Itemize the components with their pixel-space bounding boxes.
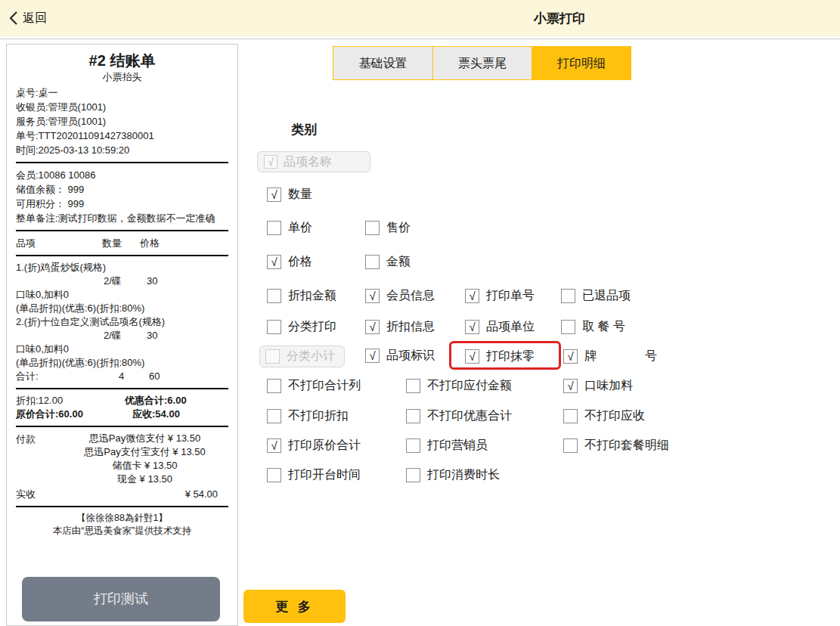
print-option-label: 数量 <box>288 187 312 203</box>
topbar: 返回 小票打印 <box>0 0 840 36</box>
receipt-print-settings-page: 返回 小票打印 #2 结账单 小票抬头 桌号:桌一收银员:管理员(1001)服务… <box>0 0 840 626</box>
unchecked-checkbox-icon <box>267 379 281 393</box>
unchecked-checkbox-icon <box>563 439 578 453</box>
received-row: 实收 ¥ 54.00 <box>16 487 228 501</box>
receipt-line: 会员:10086 10086 <box>16 168 228 182</box>
receipt-item-line: 口味0,加料0 <box>16 288 228 302</box>
receipt-divider <box>16 426 228 427</box>
checked-checkbox-icon: √ <box>365 349 380 363</box>
print-test-button[interactable]: 打印测试 <box>22 577 220 621</box>
receipt-line: 整单备注:测试打印数据，金额数据不一定准确 <box>16 211 228 225</box>
tab-print-detail[interactable]: 打印明细 <box>532 47 631 79</box>
unchecked-checkbox-icon <box>267 221 281 235</box>
payment-line: 思迅Pay微信支付 ¥ 13.50 <box>61 432 228 445</box>
print-option-label: 不打印应收 <box>584 408 645 424</box>
tab-basic-settings[interactable]: 基础设置 <box>333 47 432 79</box>
settings-tabs: 基础设置票头票尾打印明细 <box>333 46 631 80</box>
receipt-info-lines: 桌号:桌一收银员:管理员(1001)服务员:管理员(1001)单号:TTT202… <box>16 85 228 157</box>
receipt-line: 桌号:桌一 <box>16 85 228 100</box>
checked-checkbox-icon: √ <box>267 187 281 202</box>
header-divider <box>0 39 840 39</box>
print-option[interactable]: 不打印应付金额 <box>406 378 512 394</box>
checked-checkbox-icon: √ <box>264 155 277 169</box>
payment-line: 现金 ¥ 13.50 <box>61 473 228 486</box>
print-option[interactable]: 打印营销员 <box>406 438 488 454</box>
receipt-item-line: (单品折扣)(优惠:6)(折扣:80%) <box>16 302 228 315</box>
print-option[interactable]: √会员信息 <box>365 288 435 304</box>
unchecked-checkbox-icon <box>267 468 281 482</box>
payment-line: 储值卡 ¥ 13.50 <box>61 459 228 473</box>
checked-checkbox-icon: √ <box>465 320 479 334</box>
checked-checkbox-icon: √ <box>563 379 578 393</box>
back-button[interactable]: 返回 <box>9 9 47 27</box>
print-option-label: 分类小计 <box>287 349 335 364</box>
checked-checkbox-icon: √ <box>365 320 380 334</box>
tab-header-footer[interactable]: 票头票尾 <box>432 47 532 79</box>
category-heading: 类别 <box>291 121 317 138</box>
payment-line: 思迅Pay支付宝支付 ¥ 13.50 <box>61 445 228 459</box>
print-option[interactable]: 不打印折扣 <box>267 408 349 424</box>
unchecked-checkbox-icon <box>561 320 575 334</box>
print-option[interactable]: 已退品项 <box>561 288 631 304</box>
checked-checkbox-icon: √ <box>563 349 578 364</box>
col-price: 价格 <box>140 236 160 250</box>
print-option[interactable]: 售价 <box>365 220 411 236</box>
print-option-label: 会员信息 <box>386 288 435 304</box>
unchecked-checkbox-icon <box>406 468 420 482</box>
print-option[interactable]: 金额 <box>365 254 411 270</box>
print-option[interactable]: √品项标识 <box>365 348 435 364</box>
received-label: 实收 <box>16 487 36 501</box>
print-option[interactable]: 打印开台时间 <box>267 467 361 483</box>
summary-row: 原价合计:60.00 应收:54.00 <box>16 408 228 421</box>
unchecked-checkbox-icon <box>267 409 281 423</box>
receipt-line: 服务员:管理员(1001) <box>16 114 228 129</box>
print-option-label: 牌 号 <box>584 349 657 364</box>
print-option[interactable]: √品项单位 <box>465 319 535 335</box>
payment-label: 付款 <box>16 432 36 446</box>
unchecked-checkbox-icon <box>406 409 420 423</box>
print-option[interactable]: 打印消费时长 <box>406 467 500 483</box>
print-option[interactable]: 不打印套餐明细 <box>563 438 669 454</box>
print-option-label: 售价 <box>386 220 411 236</box>
print-option[interactable]: √价格 <box>267 254 312 270</box>
print-option[interactable]: √打印抹零 <box>465 349 535 364</box>
unchecked-checkbox-icon <box>267 320 281 334</box>
receipt-item-line: 口味0,加料0 <box>16 342 228 356</box>
checked-checkbox-icon: √ <box>267 439 281 453</box>
print-option-label: 口味加料 <box>584 378 633 394</box>
print-option[interactable]: 不打印应收 <box>563 408 645 424</box>
print-option[interactable]: √打印原价合计 <box>267 438 361 454</box>
receipt-line: 可用积分： 999 <box>16 197 228 211</box>
unchecked-checkbox-icon <box>563 409 578 423</box>
print-option[interactable]: √折扣信息 <box>365 319 435 335</box>
back-label: 返回 <box>23 11 47 26</box>
print-option[interactable]: 分类打印 <box>267 319 336 335</box>
receipt-divider <box>16 230 228 231</box>
print-option-label: 打印原价合计 <box>288 438 361 454</box>
receipt-line: 收银员:管理员(1001) <box>16 100 228 114</box>
col-qty: 数量 <box>102 236 122 250</box>
receipt-divider <box>16 388 228 389</box>
print-option[interactable]: √打印单号 <box>465 288 535 304</box>
print-option-label: 折扣信息 <box>386 319 435 335</box>
print-option-label: 不打印合计列 <box>288 378 361 394</box>
checked-checkbox-icon: √ <box>465 349 479 364</box>
more-button[interactable]: 更 多 <box>243 590 346 623</box>
unchecked-checkbox-icon <box>365 255 380 269</box>
print-option[interactable]: √口味加料 <box>563 378 633 394</box>
payment-block: 付款 思迅Pay微信支付 ¥ 13.50思迅Pay支付宝支付 ¥ 13.50储值… <box>16 432 228 486</box>
print-option[interactable]: 折扣金额 <box>267 288 336 304</box>
receipt-footer-line: 本店由“思迅美食家”提供技术支持 <box>16 525 228 538</box>
print-option[interactable]: √牌 号 <box>563 349 657 364</box>
total-label: 合计: <box>16 370 39 382</box>
print-option[interactable]: 不打印合计列 <box>267 378 361 394</box>
original-total-value: 原价合计:60.00 <box>16 408 83 420</box>
checked-checkbox-icon: √ <box>465 289 479 303</box>
print-option[interactable]: 不打印优惠合计 <box>406 408 512 424</box>
print-option[interactable]: 取 餐 号 <box>561 319 625 335</box>
print-option-label: 打印单号 <box>486 288 535 304</box>
print-option[interactable]: 单价 <box>267 220 312 236</box>
unchecked-checkbox-icon <box>265 349 280 364</box>
summary-row: 折扣:12.00 优惠合计:6.00 <box>16 394 228 408</box>
print-option[interactable]: √数量 <box>267 187 312 203</box>
